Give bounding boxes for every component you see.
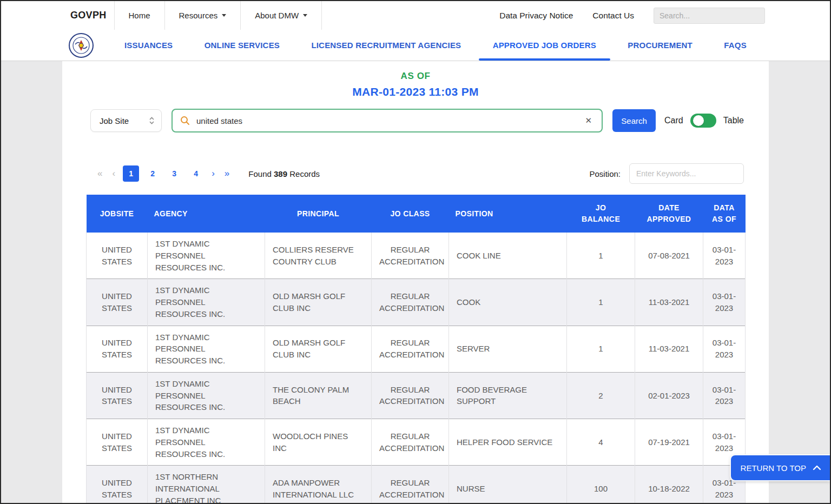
cell-jobsite: UNITED STATES xyxy=(87,279,148,326)
nav-item-about-dmw[interactable]: About DMW xyxy=(240,1,321,30)
cell-date-approved: 07-19-2021 xyxy=(635,419,703,466)
cell-position: NURSE xyxy=(449,466,567,504)
cell-date-approved: 07-08-2021 xyxy=(635,233,703,279)
tab-label: APPROVED JOB ORDERS xyxy=(493,41,596,50)
clear-search-button[interactable]: ✕ xyxy=(583,116,594,125)
chevron-down-icon xyxy=(222,14,226,17)
tab-approved-job-orders[interactable]: APPROVED JOB ORDERS xyxy=(479,30,610,61)
cell-jobsite: UNITED STATES xyxy=(87,372,148,419)
page-button-4[interactable]: 4 xyxy=(188,165,204,182)
toggle-knob xyxy=(693,115,704,126)
first-page-button[interactable]: « xyxy=(93,168,107,179)
column-header-principal[interactable]: PRINCIPAL xyxy=(265,195,372,233)
records-found-text: Found 389 Records xyxy=(248,169,320,178)
column-header-jobsite[interactable]: JOBSITE xyxy=(87,195,148,233)
column-header-jo-balance[interactable]: JO BALANCE xyxy=(567,195,635,233)
search-button[interactable]: Search xyxy=(612,109,656,132)
nav-item-home[interactable]: Home xyxy=(114,1,164,30)
cell-agency: 1ST NORTHERN INTERNATIONAL PLACEMENT INC xyxy=(148,466,265,504)
search-icon xyxy=(180,116,190,125)
return-to-top-label: RETURN TO TOP xyxy=(741,463,806,473)
cell-date-approved: 11-03-2021 xyxy=(635,326,703,372)
next-page-button[interactable]: › xyxy=(207,168,220,179)
table-header: JOBSITE AGENCY PRINCIPAL JO CLASS POSITI… xyxy=(87,195,746,233)
cell-jo-class: REGULAR ACCREDITATION xyxy=(372,233,449,279)
tab-label: ONLINE SERVICES xyxy=(205,41,280,50)
cell-jo-balance: 1 xyxy=(567,279,635,326)
cell-agency: 1ST DYNAMIC PERSONNEL RESOURCES INC. xyxy=(148,279,265,326)
cell-jo-balance: 4 xyxy=(567,419,635,466)
position-filter: Position: xyxy=(589,163,744,184)
tab-faqs[interactable]: FAQS xyxy=(710,30,761,61)
column-header-position[interactable]: POSITION xyxy=(449,195,567,233)
as-of-datetime: MAR-01-2023 11:03 PM xyxy=(62,85,769,98)
cell-jo-balance: 100 xyxy=(567,466,635,504)
nav-item-label: Resources xyxy=(179,11,218,20)
section-tabs: ISSUANCES ONLINE SERVICES LICENSED RECRU… xyxy=(110,30,761,61)
cell-agency: 1ST DYNAMIC PERSONNEL RESOURCES INC. xyxy=(148,233,265,279)
nav-item-label: About DMW xyxy=(255,11,299,20)
cell-data-as-of: 03-01-2023 xyxy=(703,279,746,326)
data-privacy-link[interactable]: Data Privacy Notice xyxy=(499,11,573,21)
nav-item-resources[interactable]: Resources xyxy=(164,1,241,30)
search-toolbar: Job Site ✕ Search Card Table xyxy=(90,108,744,133)
cell-agency: 1ST DYNAMIC PERSONNEL RESOURCES INC. xyxy=(148,372,265,419)
search-query-input[interactable] xyxy=(196,116,576,125)
tab-issuances[interactable]: ISSUANCES xyxy=(110,30,187,61)
column-header-date-approved[interactable]: DATE APPROVED xyxy=(635,195,703,233)
page-button-2[interactable]: 2 xyxy=(144,165,161,182)
main-content: AS OF MAR-01-2023 11:03 PM Job Site ✕ Se… xyxy=(1,61,830,503)
cell-position: SERVER xyxy=(449,326,567,372)
cell-date-approved: 11-03-2021 xyxy=(635,279,703,326)
cell-jo-balance: 2 xyxy=(567,372,635,419)
keyword-search-box: ✕ xyxy=(172,109,603,132)
job-orders-card: AS OF MAR-01-2023 11:03 PM Job Site ✕ Se… xyxy=(62,61,769,503)
last-page-button[interactable]: » xyxy=(220,168,234,179)
card-table-toggle[interactable] xyxy=(690,114,716,128)
cell-agency: 1ST DYNAMIC PERSONNEL RESOURCES INC. xyxy=(148,326,265,372)
cell-position: COOK xyxy=(449,279,567,326)
table-row: UNITED STATES1ST NORTHERN INTERNATIONAL … xyxy=(87,466,746,504)
card-view-label: Card xyxy=(664,116,683,125)
cell-jobsite: UNITED STATES xyxy=(87,419,148,466)
column-header-data-as-of[interactable]: DATA AS OF xyxy=(703,195,746,233)
top-navbar: GOVPH Home Resources About DMW Data Priv… xyxy=(1,1,830,30)
cell-principal: OLD MARSH GOLF CLUB INC xyxy=(265,326,372,372)
page-button-3[interactable]: 3 xyxy=(166,165,182,182)
cell-jo-class: REGULAR ACCREDITATION xyxy=(372,326,449,372)
cell-principal: OLD MARSH GOLF CLUB INC xyxy=(265,279,372,326)
tab-online-services[interactable]: ONLINE SERVICES xyxy=(190,30,294,61)
column-header-agency[interactable]: AGENCY xyxy=(148,195,265,233)
table-row: UNITED STATES1ST DYNAMIC PERSONNEL RESOU… xyxy=(87,372,746,419)
govph-brand[interactable]: GOVPH xyxy=(1,1,114,30)
tab-label: LICENSED RECRUITMENT AGENCIES xyxy=(311,41,461,50)
cell-agency: 1ST DYNAMIC PERSONNEL RESOURCES INC. xyxy=(148,419,265,466)
table-view-label: Table xyxy=(723,116,744,125)
cell-date-approved: 02-01-2023 xyxy=(635,372,703,419)
prev-page-button[interactable]: ‹ xyxy=(107,168,120,179)
cell-position: HELPER FOOD SERVICE xyxy=(449,419,567,466)
table-row: UNITED STATES1ST DYNAMIC PERSONNEL RESOU… xyxy=(87,279,746,326)
table-body: UNITED STATES1ST DYNAMIC PERSONNEL RESOU… xyxy=(87,233,746,504)
contact-us-link[interactable]: Contact Us xyxy=(592,11,634,21)
pagination-row: « ‹ 1 2 3 4 › » Found 389 Records Positi… xyxy=(93,163,744,184)
cell-principal: ADA MANPOWER INTERNATIONAL LLC xyxy=(265,466,372,504)
job-site-select[interactable]: Job Site xyxy=(90,109,162,132)
position-keywords-input[interactable] xyxy=(629,163,744,184)
column-header-jo-class[interactable]: JO CLASS xyxy=(372,195,449,233)
cell-jobsite: UNITED STATES xyxy=(87,233,148,279)
return-to-top-button[interactable]: RETURN TO TOP xyxy=(731,455,830,480)
tab-licensed-recruitment-agencies[interactable]: LICENSED RECRUITMENT AGENCIES xyxy=(297,30,475,61)
dmw-logo[interactable] xyxy=(68,30,94,61)
page-button-1[interactable]: 1 xyxy=(123,165,139,182)
tab-procurement[interactable]: PROCUREMENT xyxy=(614,30,707,61)
table-row: UNITED STATES1ST DYNAMIC PERSONNEL RESOU… xyxy=(87,233,746,279)
cell-principal: THE COLONY PALM BEACH xyxy=(265,372,372,419)
site-search-input[interactable] xyxy=(654,8,765,24)
job-site-select-value: Job Site xyxy=(100,116,129,125)
position-label: Position: xyxy=(589,169,621,178)
chevron-down-icon xyxy=(303,14,307,17)
tab-label: PROCUREMENT xyxy=(628,41,692,50)
tab-label: FAQS xyxy=(724,41,747,50)
cell-jobsite: UNITED STATES xyxy=(87,326,148,372)
